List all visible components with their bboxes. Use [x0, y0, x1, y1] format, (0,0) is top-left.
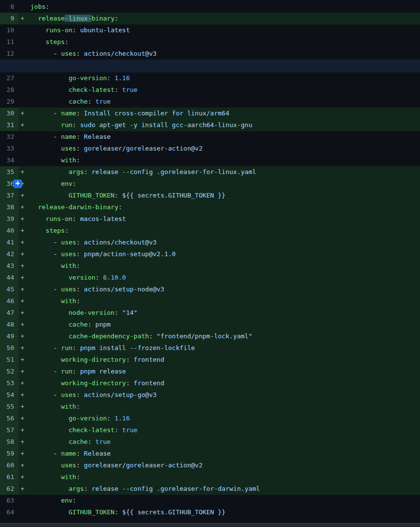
expand-hunk-row[interactable]	[0, 60, 420, 72]
code-text: - uses: actions/setup-node@v3	[26, 284, 420, 295]
code-text: with:	[26, 401, 420, 413]
line-number[interactable]: 34	[0, 154, 19, 166]
code-text: - name: Release	[26, 448, 420, 460]
diff-sign: +	[19, 248, 26, 260]
line-number[interactable]: 57	[0, 424, 19, 436]
diff-line: 49+ cache-dependency-path: "frontend/pnp…	[0, 330, 420, 342]
line-number[interactable]: 33	[0, 143, 19, 154]
line-number[interactable]: 51	[0, 354, 19, 366]
code-text: working-directory: frontend	[26, 377, 420, 389]
line-number[interactable]: 43	[0, 260, 19, 272]
line-number[interactable]: 53	[0, 377, 19, 389]
code-text: run: sudo apt-get -y install gcc-aarch64…	[26, 119, 420, 131]
diff-sign: +	[19, 413, 26, 424]
diff-sign	[19, 84, 26, 96]
line-number[interactable]: 63	[0, 495, 19, 506]
code-text: with:	[26, 295, 420, 307]
line-number[interactable]: 44	[0, 272, 19, 284]
code-text: cache: true	[26, 96, 420, 108]
line-number[interactable]: 62	[0, 483, 19, 495]
line-number[interactable]: 40	[0, 225, 19, 237]
diff-line: 32 - name: Release	[0, 131, 420, 143]
line-number[interactable]: 54	[0, 389, 19, 401]
line-number[interactable]: 30	[0, 108, 19, 119]
diff-sign: +	[19, 342, 26, 354]
code-text: node-version: "14"	[26, 307, 420, 319]
line-number[interactable]: 47	[0, 307, 19, 319]
diff-line: 11 steps:	[0, 36, 420, 48]
code-text: GITHUB_TOKEN: ${{ secrets.GITHUB_TOKEN }…	[26, 506, 420, 518]
code-text: env:	[26, 178, 420, 190]
diff-line: 9+ release-linux-binary:	[0, 13, 420, 24]
diff-sign: +	[19, 377, 26, 389]
code-text: release-darwin-binary:	[26, 201, 420, 213]
diff-line: 48+ cache: pnpm	[0, 319, 420, 330]
line-number[interactable]: 12	[0, 48, 19, 60]
code-text: - uses: actions/setup-go@v3	[26, 389, 420, 401]
line-number[interactable]: 48	[0, 319, 19, 330]
code-text: check-latest: true	[26, 424, 420, 436]
line-number[interactable]: 52	[0, 366, 19, 377]
line-number[interactable]: 58	[0, 436, 19, 448]
line-number[interactable]: 38	[0, 201, 19, 213]
line-number[interactable]: 32	[0, 131, 19, 143]
line-number[interactable]: 8	[0, 1, 19, 13]
diff-sign: +	[19, 389, 26, 401]
line-number[interactable]: 39	[0, 213, 19, 225]
code-text: - uses: actions/checkout@v3	[26, 237, 420, 248]
line-number[interactable]: 28	[0, 84, 19, 96]
line-number[interactable]: 35	[0, 166, 19, 178]
line-number[interactable]: 49	[0, 330, 19, 342]
line-number[interactable]: 29	[0, 96, 19, 108]
diff-sign: +	[19, 307, 26, 319]
diff-sign: +	[19, 237, 26, 248]
diff-line: 38+ release-darwin-binary:	[0, 201, 420, 213]
diff-line: 37+ GITHUB_TOKEN: ${{ secrets.GITHUB_TOK…	[0, 190, 420, 201]
line-number[interactable]: 60	[0, 460, 19, 471]
line-number[interactable]: 41	[0, 237, 19, 248]
line-number[interactable]: 56	[0, 413, 19, 424]
code-text: steps:	[26, 225, 420, 237]
diff-sign: +	[19, 190, 26, 201]
diff-sign: +	[19, 201, 26, 213]
line-number[interactable]: 10	[0, 24, 19, 36]
line-number[interactable]: 64	[0, 506, 19, 518]
diff-sign: +	[19, 401, 26, 413]
diff-line: 56+ go-version: 1.16	[0, 413, 420, 424]
code-text: uses: goreleaser/goreleaser-action@v2	[26, 460, 420, 471]
diff-line: 27 go-version: 1.16	[0, 72, 420, 84]
line-number[interactable]: 31	[0, 119, 19, 131]
diff-line: 55+ with:	[0, 401, 420, 413]
line-number[interactable]: 50	[0, 342, 19, 354]
line-number[interactable]: 61	[0, 471, 19, 483]
line-number[interactable]: 9	[0, 13, 19, 24]
add-comment-button[interactable]: +	[13, 179, 22, 188]
line-number[interactable]: 37	[0, 190, 19, 201]
code-text: with:	[26, 260, 420, 272]
diff-line: 29 cache: true	[0, 96, 420, 108]
diff-line: 12 - uses: actions/checkout@v3	[0, 48, 420, 60]
diff-sign: +	[19, 424, 26, 436]
code-text: working-directory: frontend	[26, 354, 420, 366]
line-number[interactable]: 45	[0, 284, 19, 295]
diff-line: 43+ with:	[0, 260, 420, 272]
line-number[interactable]: 59	[0, 448, 19, 460]
line-number[interactable]: 42	[0, 248, 19, 260]
diff-line: 57+ check-latest: true	[0, 424, 420, 436]
diff-sign: +	[19, 295, 26, 307]
line-number[interactable]: 27	[0, 72, 19, 84]
diff-sign: +	[19, 260, 26, 272]
diff-sign: +	[19, 213, 26, 225]
diff-line: 61+ with:	[0, 471, 420, 483]
line-number[interactable]: 46	[0, 295, 19, 307]
line-number[interactable]: 11	[0, 36, 19, 48]
diff-line: 41+ - uses: actions/checkout@v3	[0, 237, 420, 248]
diff-sign	[19, 143, 26, 154]
code-text: steps:	[26, 36, 420, 48]
code-text: jobs:	[26, 1, 420, 13]
diff-line: 44+ version: 6.10.0	[0, 272, 420, 284]
code-text: release-linux-binary:	[26, 13, 420, 24]
code-text: runs-on: macos-latest	[26, 213, 420, 225]
diff-line: 39+ runs-on: macos-latest	[0, 213, 420, 225]
line-number[interactable]: 55	[0, 401, 19, 413]
